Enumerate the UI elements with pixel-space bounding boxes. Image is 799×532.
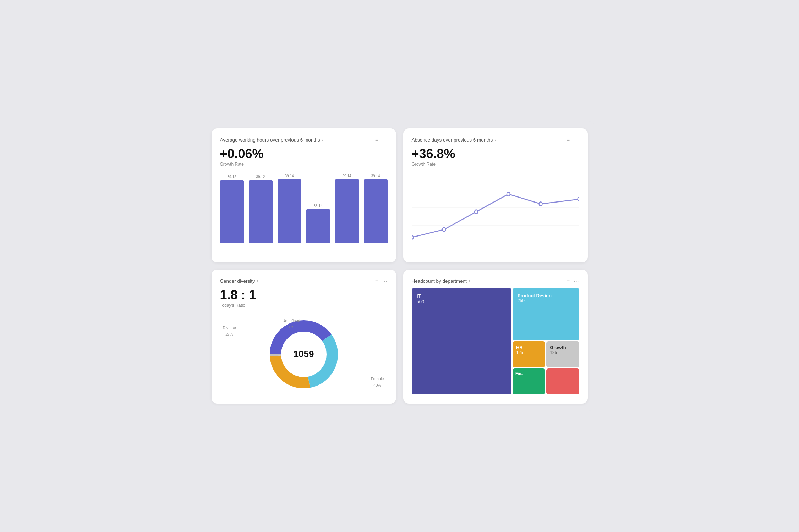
female-label: Female 40% (371, 375, 384, 388)
product-design-value: 250 (518, 298, 574, 303)
bar (220, 180, 244, 243)
bar-group: 39.14 (278, 174, 301, 243)
undefined-label: Undefined 1% (283, 317, 300, 330)
treemap-cell-it: IT 500 (412, 288, 511, 394)
absence-days-metric: +36.8% (412, 147, 579, 161)
bar-group: 38.14 (306, 204, 330, 243)
growth-value: 125 (550, 350, 575, 355)
absence-days-metric-label: Growth Rate (412, 162, 579, 167)
svg-point-3 (412, 235, 414, 239)
bar-label: 39.12 (256, 175, 265, 179)
treemap-cell-product-design: Product Design 250 (513, 288, 579, 340)
absence-days-title: Absence days over previous 6 months (412, 137, 493, 143)
more-icon-3[interactable]: ··· (382, 278, 388, 284)
treemap-row-2: HR 125 Growth 125 (513, 341, 579, 367)
svg-point-5 (475, 210, 478, 214)
gender-diversity-title-group: Gender diversity › (220, 278, 258, 284)
it-value: 500 (417, 299, 507, 304)
gender-diversity-metric: 1.8 : 1 (220, 288, 388, 302)
bar-group: 39.14 (364, 174, 388, 243)
working-hours-metric: +0.06% (220, 147, 388, 161)
working-hours-card: Average working hours over previous 6 mo… (212, 128, 396, 262)
gender-diversity-title: Gender diversity (220, 278, 255, 284)
finance-name: Fin... (515, 371, 542, 376)
bar (306, 209, 330, 243)
bar-group: 39.14 (335, 174, 359, 243)
bar (335, 179, 359, 243)
svg-point-8 (578, 197, 579, 201)
product-design-name: Product Design (518, 293, 574, 298)
bar-label: 39.14 (342, 174, 351, 178)
treemap-cell-finance: Fin... (513, 368, 545, 395)
treemap-cell-other (546, 368, 579, 395)
headcount-title-group: Headcount by department › (412, 278, 470, 284)
more-icon-4[interactable]: ··· (574, 278, 579, 284)
working-hours-title: Average working hours over previous 6 mo… (220, 137, 320, 143)
bar (278, 179, 301, 243)
headcount-actions: ≡ ··· (567, 278, 579, 284)
headcount-card: Headcount by department › ≡ ··· IT 500 P… (403, 270, 588, 404)
treemap: IT 500 Product Design 250 HR 125 Growth … (412, 288, 579, 394)
bar-label: 39.14 (371, 174, 380, 178)
headcount-title: Headcount by department (412, 278, 467, 284)
headcount-header: Headcount by department › ≡ ··· (412, 278, 579, 284)
absence-days-chevron-icon: › (495, 137, 496, 142)
working-hours-actions: ≡ ··· (375, 137, 388, 143)
hr-name: HR (516, 345, 542, 350)
gender-diversity-actions: ≡ ··· (375, 278, 388, 284)
bar-label: 39.14 (285, 174, 294, 178)
bar-group: 39.12 (249, 175, 273, 243)
donut-center: 1059 (294, 349, 314, 360)
treemap-cell-growth: Growth 125 (546, 341, 579, 367)
filter-icon-2[interactable]: ≡ (567, 137, 570, 143)
hr-value: 125 (516, 350, 542, 355)
bar-label: 38.14 (313, 204, 322, 208)
gender-diversity-metric-label: Today's Ratio (220, 303, 388, 308)
treemap-row-3: Fin... (513, 368, 579, 395)
working-hours-title-group: Average working hours over previous 6 mo… (220, 137, 324, 143)
headcount-chevron-icon: › (469, 278, 470, 283)
absence-days-actions: ≡ ··· (567, 137, 579, 143)
gender-diversity-card: Gender diversity › ≡ ··· 1.8 : 1 Today's… (212, 270, 396, 404)
svg-point-7 (539, 202, 542, 206)
working-hours-bar-chart: 39.1239.1239.1438.1439.1439.14 (220, 172, 388, 243)
absence-days-line-chart (412, 172, 579, 243)
svg-point-4 (442, 228, 445, 232)
bar-label: 39.12 (227, 175, 236, 179)
working-hours-header: Average working hours over previous 6 mo… (220, 137, 388, 143)
more-icon-2[interactable]: ··· (574, 137, 579, 143)
donut-wrapper: 1059 Undefined 1% Diverse 27% Female 40% (220, 314, 388, 395)
it-name: IT (417, 293, 507, 299)
bar (364, 179, 388, 243)
filter-icon-4[interactable]: ≡ (567, 278, 570, 284)
gender-diversity-chevron-icon: › (257, 278, 258, 283)
absence-days-title-group: Absence days over previous 6 months › (412, 137, 497, 143)
dashboard: Average working hours over previous 6 mo… (204, 121, 595, 410)
filter-icon-3[interactable]: ≡ (375, 278, 378, 284)
donut-center-value: 1059 (294, 349, 314, 359)
bar-group: 39.12 (220, 175, 244, 243)
growth-name: Growth (550, 345, 575, 350)
filter-icon[interactable]: ≡ (375, 137, 378, 143)
svg-point-6 (507, 192, 510, 196)
diverse-label: Diverse 27% (223, 324, 236, 337)
gender-diversity-header: Gender diversity › ≡ ··· (220, 278, 388, 284)
working-hours-metric-label: Growth Rate (220, 162, 388, 167)
treemap-cell-hr: HR 125 (513, 341, 545, 367)
more-icon[interactable]: ··· (382, 137, 388, 143)
absence-days-header: Absence days over previous 6 months › ≡ … (412, 137, 579, 143)
working-hours-chevron-icon: › (322, 137, 323, 142)
bar (249, 180, 273, 243)
absence-days-card: Absence days over previous 6 months › ≡ … (403, 128, 588, 262)
